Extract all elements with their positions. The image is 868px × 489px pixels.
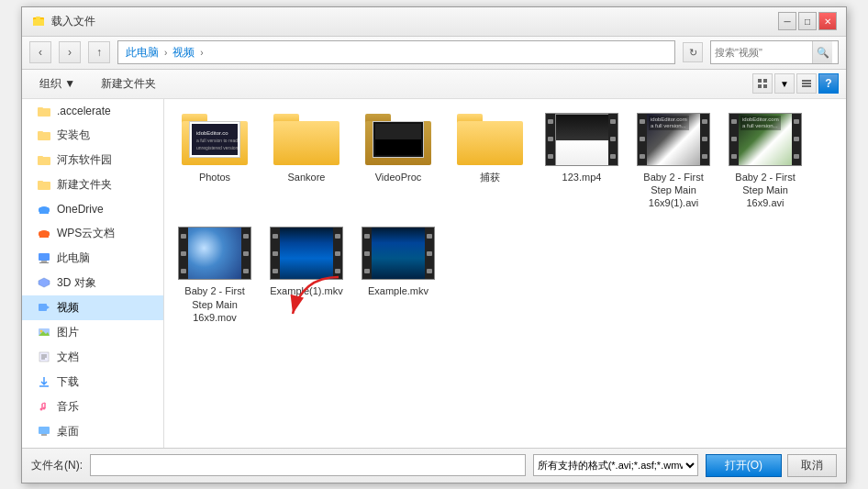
sidebar-item-accelerate[interactable]: .accelerate bbox=[22, 99, 163, 123]
new-folder-button[interactable]: 新建文件夹 bbox=[91, 73, 166, 94]
maximize-button[interactable]: □ bbox=[798, 12, 817, 30]
sidebar-item-downloads[interactable]: 下载 bbox=[22, 370, 163, 395]
view-large-icon-button[interactable] bbox=[752, 73, 773, 94]
svg-rect-3 bbox=[758, 79, 762, 83]
sidebar-item-thispc[interactable]: 此电脑 bbox=[22, 246, 163, 271]
view-buttons: ▼ ? bbox=[752, 73, 839, 94]
file-name: Example.mkv bbox=[368, 284, 428, 297]
file-area: idobEditor.co a full version to read thi… bbox=[164, 99, 846, 448]
address-bar[interactable]: 此电脑 › 视频 › bbox=[117, 40, 675, 64]
svg-point-41 bbox=[43, 407, 46, 410]
svg-rect-7 bbox=[802, 80, 811, 82]
dialog-title: 载入文件 bbox=[51, 14, 95, 29]
cube-icon bbox=[37, 275, 51, 290]
desktop-icon bbox=[37, 424, 51, 439]
breadcrumb-computer[interactable]: 此电脑 bbox=[126, 45, 159, 61]
sidebar-item-3dobjects[interactable]: 3D 对象 bbox=[22, 271, 163, 295]
svg-rect-27 bbox=[41, 261, 47, 262]
svg-rect-43 bbox=[39, 427, 50, 434]
file-name: Photos bbox=[199, 171, 230, 183]
view-dropdown-button[interactable]: ▼ bbox=[774, 73, 795, 94]
list-item[interactable]: Example(1).mkv bbox=[265, 222, 348, 328]
open-button[interactable]: 打开(O) bbox=[706, 454, 782, 477]
file-thumbnail bbox=[362, 112, 435, 167]
svg-rect-6 bbox=[763, 84, 767, 88]
list-item[interactable]: idobEditor.coma full version... Baby 2 -… bbox=[632, 108, 715, 214]
minimize-button[interactable]: ─ bbox=[778, 12, 796, 30]
svg-marker-31 bbox=[47, 306, 50, 309]
list-item[interactable]: idobEditor.co a full version to read thi… bbox=[173, 108, 256, 214]
bottom-bar: 文件名(N): 所有支持的格式(*.avi;*.asf;*.wmv;*.mp 打… bbox=[22, 448, 846, 483]
svg-rect-44 bbox=[41, 434, 47, 436]
search-box[interactable]: 🔍 bbox=[710, 40, 839, 64]
svg-rect-4 bbox=[763, 79, 767, 83]
address-toolbar: ‹ › ↑ 此电脑 › 视频 › ↻ 🔍 bbox=[22, 37, 846, 70]
file-thumbnail bbox=[178, 226, 251, 281]
svg-text:idobEditor.co: idobEditor.co bbox=[196, 130, 228, 136]
sidebar-item-pictures[interactable]: 图片 bbox=[22, 320, 163, 345]
file-name: Baby 2 - First Step Main 16x9(1).avi bbox=[636, 171, 711, 210]
list-item[interactable]: VideoProc bbox=[357, 108, 440, 214]
music-icon bbox=[37, 399, 51, 414]
main-content: .accelerate 安装包 河东软件园 新建文件夹 bbox=[22, 99, 846, 448]
svg-rect-13 bbox=[38, 131, 43, 134]
svg-text:unregistered version: unregistered version bbox=[196, 145, 238, 150]
file-dialog: 载入文件 ─ □ ✕ ‹ › ↑ 此电脑 › 视频 › ↻ 🔍 组织 ▼ 新建文… bbox=[21, 6, 847, 483]
svg-rect-11 bbox=[38, 107, 43, 110]
document-icon bbox=[37, 350, 51, 364]
cloud-icon bbox=[37, 226, 51, 240]
list-item[interactable]: 捕获 bbox=[449, 108, 531, 214]
file-name: 捕获 bbox=[480, 171, 500, 183]
sidebar-item-new-folder[interactable]: 新建文件夹 bbox=[22, 172, 163, 197]
search-button[interactable]: 🔍 bbox=[812, 41, 832, 63]
sidebar-item-desktop[interactable]: 桌面 bbox=[22, 419, 163, 444]
svg-rect-9 bbox=[802, 85, 811, 87]
svg-rect-15 bbox=[38, 156, 43, 159]
download-icon bbox=[37, 374, 51, 389]
search-input[interactable] bbox=[711, 47, 812, 58]
filetype-select[interactable]: 所有支持的格式(*.avi;*.asf;*.wmv;*.mp bbox=[533, 454, 698, 476]
svg-rect-25 bbox=[39, 234, 49, 238]
forward-button[interactable]: › bbox=[59, 41, 81, 63]
list-item[interactable]: Example.mkv bbox=[357, 222, 440, 328]
file-name: Example(1).mkv bbox=[270, 284, 342, 297]
breadcrumb-videos[interactable]: 视频 bbox=[172, 45, 195, 61]
video-icon bbox=[37, 300, 51, 315]
folder-icon bbox=[37, 128, 51, 142]
svg-rect-26 bbox=[39, 253, 50, 261]
file-name: Sankore bbox=[288, 171, 326, 183]
sidebar-item-documents[interactable]: 文档 bbox=[22, 345, 163, 370]
refresh-button[interactable]: ↻ bbox=[683, 42, 703, 62]
file-thumbnail: idobEditor.coma full version... bbox=[637, 112, 710, 167]
svg-rect-17 bbox=[38, 181, 43, 183]
sidebar-item-onedrive[interactable]: OneDrive bbox=[22, 197, 163, 221]
sidebar-item-install[interactable]: 安装包 bbox=[22, 123, 163, 148]
organize-button[interactable]: 组织 ▼ bbox=[29, 73, 85, 94]
view-details-button[interactable] bbox=[796, 73, 817, 94]
filename-input[interactable] bbox=[90, 454, 526, 476]
list-item[interactable]: Baby 2 - First Step Main 16x9.mov bbox=[173, 222, 256, 328]
up-button[interactable]: ↑ bbox=[88, 41, 110, 63]
sidebar-item-videos[interactable]: 视频 bbox=[22, 295, 163, 320]
file-grid: idobEditor.co a full version to read thi… bbox=[173, 108, 837, 328]
svg-rect-28 bbox=[39, 262, 49, 263]
list-item[interactable]: Sankore bbox=[265, 108, 348, 214]
file-name: VideoProc bbox=[375, 171, 422, 183]
image-icon bbox=[37, 325, 51, 339]
file-name: Baby 2 - First Step Main 16x9.avi bbox=[728, 171, 803, 210]
svg-text:a full version to read this wa: a full version to read this water... bbox=[196, 138, 238, 143]
list-item[interactable]: idobEditor.coma full version... Baby 2 -… bbox=[724, 108, 807, 214]
sidebar-item-wps[interactable]: WPS云文档 bbox=[22, 221, 163, 246]
svg-rect-8 bbox=[802, 83, 811, 84]
sidebar-item-hedong[interactable]: 河东软件园 bbox=[22, 148, 163, 172]
sidebar-item-music[interactable]: 音乐 bbox=[22, 395, 163, 419]
list-item[interactable]: 123.mp4 bbox=[540, 108, 623, 214]
help-button[interactable]: ? bbox=[818, 73, 839, 94]
cancel-button[interactable]: 取消 bbox=[787, 454, 837, 477]
back-button[interactable]: ‹ bbox=[29, 41, 51, 63]
secondary-toolbar: 组织 ▼ 新建文件夹 ▼ ? bbox=[22, 70, 846, 99]
cloud-icon bbox=[37, 202, 51, 217]
close-button[interactable]: ✕ bbox=[818, 12, 837, 30]
file-name: 123.mp4 bbox=[562, 171, 602, 183]
title-bar-left: 载入文件 bbox=[31, 14, 95, 29]
